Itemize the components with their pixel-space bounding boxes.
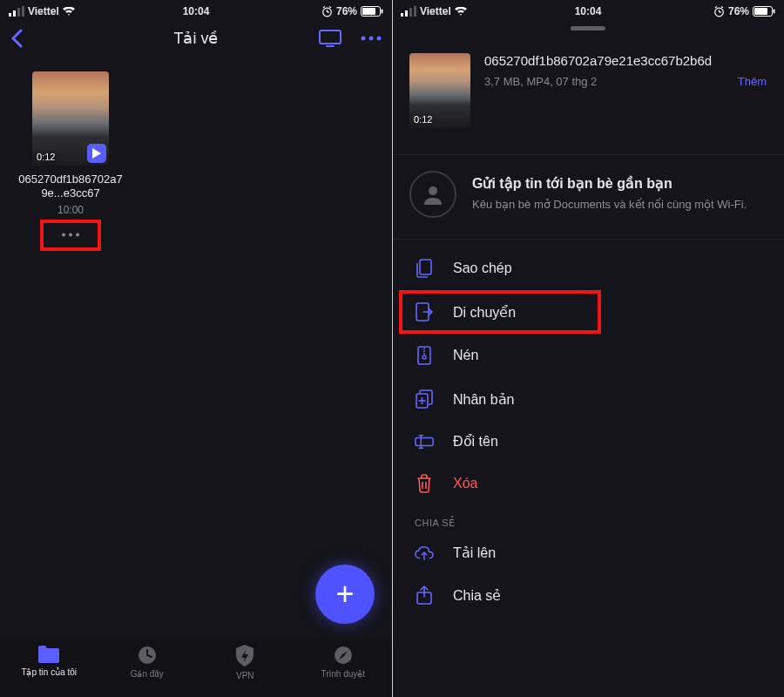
svg-marker-17 xyxy=(92,148,101,159)
svg-point-18 xyxy=(62,233,65,237)
zip-icon xyxy=(415,346,434,365)
svg-point-16 xyxy=(377,37,382,41)
right-pane: Viettel 10:04 76% 0:12 065270df1b86702a7… xyxy=(392,0,784,697)
action-duplicate[interactable]: Nhân bản xyxy=(392,377,784,421)
tab-bar: Tập tin của tôi Gần đây VPN Trình duyệt xyxy=(0,638,392,697)
video-duration: 0:12 xyxy=(37,152,55,162)
svg-rect-40 xyxy=(420,260,431,274)
left-pane: Viettel 10:04 76% Tải về 0: xyxy=(0,0,392,697)
svg-point-20 xyxy=(76,233,79,237)
plus-icon: + xyxy=(335,579,354,610)
tab-browser[interactable]: Trình duyệt xyxy=(294,645,393,679)
action-move[interactable]: Di chuyển xyxy=(392,290,784,334)
add-button[interactable]: + xyxy=(315,565,375,624)
file-header: 0:12 065270df1b86702a79e21e3cc67b2b6d 3,… xyxy=(392,30,784,145)
share-section-label: CHIA SẺ xyxy=(392,505,784,532)
file-subtitle: 3,7 MB, MP4, 07 thg 2 xyxy=(484,75,597,88)
svg-point-19 xyxy=(69,233,72,237)
file-more-button[interactable] xyxy=(49,225,92,246)
action-compress[interactable]: Nén xyxy=(392,334,784,377)
svg-rect-50 xyxy=(416,437,433,445)
svg-point-46 xyxy=(422,355,426,359)
back-button[interactable] xyxy=(10,29,23,48)
action-share[interactable]: Chia sẻ xyxy=(392,573,784,605)
action-upload[interactable]: Tải lên xyxy=(392,532,784,573)
video-thumbnail[interactable]: 0:12 xyxy=(32,71,109,166)
video-thumbnail[interactable]: 0:12 xyxy=(409,53,470,128)
action-rename[interactable]: Đổi tên xyxy=(392,421,784,462)
action-delete[interactable]: Xóa xyxy=(392,462,784,505)
share-nearby-card[interactable]: Gửi tập tin tới bạn bè gần bạn Kêu bạn b… xyxy=(392,154,784,240)
duplicate-icon xyxy=(415,389,434,409)
svg-rect-12 xyxy=(320,30,341,44)
cloud-upload-icon xyxy=(415,545,434,561)
status-bar: Viettel 10:04 76% xyxy=(0,0,392,19)
status-bar: Viettel 10:04 76% xyxy=(392,0,784,19)
more-button[interactable] xyxy=(361,36,382,41)
action-list: Sao chép Di chuyển Nén Nhân bản Đổi tên … xyxy=(392,240,784,612)
tab-my-files[interactable]: Tập tin của tôi xyxy=(0,645,98,677)
tab-recent[interactable]: Gần đây xyxy=(98,645,197,679)
more-link[interactable]: Thêm xyxy=(738,75,767,88)
svg-point-39 xyxy=(429,186,437,195)
status-time: 10:04 xyxy=(392,5,784,17)
share-card-desc: Kêu bạn bè mở Documents và kết nối cùng … xyxy=(472,197,747,213)
svg-point-14 xyxy=(362,37,366,41)
tab-vpn[interactable]: VPN xyxy=(196,645,294,680)
file-name-label: 065270df1b86702a79e...e3cc67 xyxy=(16,173,125,201)
play-icon xyxy=(87,144,106,163)
nav-bar: Tải về xyxy=(0,19,392,58)
file-grid: 0:12 065270df1b86702a79e...e3cc67 10:00 xyxy=(0,58,392,260)
copy-icon xyxy=(415,259,434,278)
file-name-label: 065270df1b86702a79e21e3cc67b2b6d xyxy=(484,53,767,68)
trash-icon xyxy=(415,474,434,493)
rename-icon xyxy=(415,434,434,450)
avatar-icon xyxy=(409,171,456,218)
svg-point-15 xyxy=(369,37,374,41)
computer-icon[interactable] xyxy=(319,30,341,47)
action-copy[interactable]: Sao chép xyxy=(392,247,784,290)
move-icon xyxy=(415,302,434,321)
file-time-label: 10:00 xyxy=(57,204,84,216)
share-icon xyxy=(415,585,434,605)
share-card-title: Gửi tập tin tới bạn bè gần bạn xyxy=(472,175,747,192)
video-duration: 0:12 xyxy=(414,114,432,125)
file-item[interactable]: 0:12 065270df1b86702a79e...e3cc67 10:00 xyxy=(16,71,125,246)
status-time: 10:04 xyxy=(0,5,392,17)
